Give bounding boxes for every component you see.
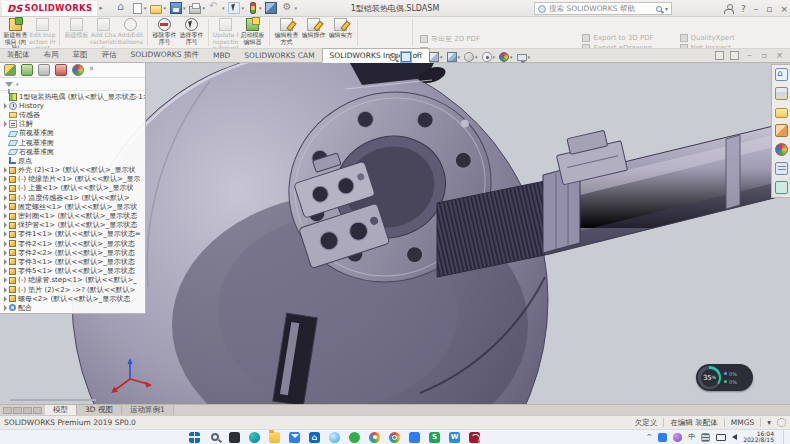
taskbar-solidworks-icon[interactable] — [468, 431, 481, 444]
expand-arrow-icon[interactable] — [2, 268, 9, 274]
apply-scene-dropdown-icon[interactable]: ▾ — [528, 54, 531, 60]
tree-item-2[interactable]: 传感器 — [0, 110, 145, 119]
expand-arrow-icon[interactable] — [2, 195, 9, 201]
expand-arrow-icon[interactable] — [2, 287, 9, 293]
qat-home-button[interactable] — [116, 2, 128, 14]
taskbar-app-cloud-icon[interactable] — [328, 431, 341, 444]
taskbar-task-view-icon[interactable] — [228, 431, 241, 444]
tree-item-5[interactable]: 上视基准面 — [0, 138, 145, 147]
taskpane-tab-file-explorer[interactable] — [775, 108, 788, 118]
print-dropdown-icon[interactable]: ▾ — [202, 5, 205, 11]
taskbar-search-icon[interactable] — [208, 431, 221, 444]
tree-item-17[interactable]: 零件2<2> (默认<<默认>_显示状态 — [0, 248, 145, 257]
undo-dropdown-icon[interactable]: ▾ — [222, 5, 225, 11]
hide-show-items-dropdown-icon[interactable]: ▾ — [493, 54, 496, 60]
tree-item-3[interactable]: 注解 — [0, 120, 145, 129]
view-orientation-dropdown-icon[interactable]: ▾ — [458, 54, 461, 60]
taskbar-wps-icon[interactable]: W — [448, 431, 461, 444]
tray-tray-app-blue-icon[interactable] — [658, 433, 667, 442]
taskpane-tab-custom-properties[interactable] — [775, 162, 788, 175]
new-document-dropdown-icon[interactable]: ▾ — [144, 5, 147, 11]
ribbon-button-edit-operations[interactable]: 编辑操作 — [300, 17, 327, 48]
headsup-view-orientation[interactable]: ▾ — [446, 52, 462, 62]
displaymanager-tab-icon[interactable] — [72, 64, 84, 76]
graphics-area[interactable]: » ▾ 1型铠装热电偶 (默认<默认_显示状态-1>History传感器注解前视… — [0, 63, 790, 404]
tree-item-13[interactable]: 密封圈<1> (默认<<默认>_显示状态 — [0, 211, 145, 220]
tree-item-11[interactable]: (-) 温度传感器<1> (默认<<默认> — [0, 193, 145, 202]
expand-arrow-icon[interactable] — [2, 176, 9, 182]
featuremanager-tab-icon[interactable] — [4, 64, 16, 76]
taskpane-tab-solidworks-resources[interactable] — [775, 68, 788, 81]
headsup-zoom-to-fit[interactable] — [388, 53, 398, 61]
headsup-previous-view[interactable] — [414, 52, 426, 62]
tree-item-8[interactable]: 外壳 (2)<1> (默认<<默认>_显示状 — [0, 166, 145, 175]
tray-tray-app-purple-icon[interactable] — [673, 433, 682, 442]
qat-select-button[interactable]: ▾ — [228, 2, 244, 14]
display-style-dropdown-icon[interactable]: ▾ — [475, 54, 478, 60]
tree-item-7[interactable]: 原点 — [0, 156, 145, 165]
tree-item-23[interactable]: 配合 — [0, 303, 145, 312]
status-options-icon[interactable] — [777, 418, 786, 427]
headsup-apply-scene[interactable]: ▾ — [516, 53, 532, 61]
tree-item-14[interactable]: 保护管<1> (默认<<默认>_显示状态 — [0, 221, 145, 230]
doc-restore-button[interactable]: ▫ — [760, 51, 769, 60]
taskbar-app-blue-icon[interactable] — [408, 431, 421, 444]
expand-arrow-icon[interactable] — [2, 259, 9, 265]
help-button[interactable]: ? — [741, 4, 746, 14]
expand-arrow-icon[interactable] — [2, 167, 9, 173]
splitter-box[interactable] — [23, 407, 32, 414]
ribbon-tab-solidworks-cam[interactable]: SOLIDWORKS CAM — [237, 49, 321, 62]
taskpane-tab-appearances-scenes[interactable] — [775, 143, 788, 156]
performance-overlay-widget[interactable]: 35% 0%0% — [696, 364, 753, 391]
expand-arrow-icon[interactable] — [2, 121, 9, 127]
splitter-box[interactable] — [33, 407, 42, 414]
splitter-box[interactable] — [3, 407, 12, 414]
taskbar-app-s-icon[interactable]: S — [428, 431, 441, 444]
open-dropdown-icon[interactable]: ▾ — [163, 5, 166, 11]
doc-tab-2[interactable]: 3D 视图 — [77, 405, 122, 415]
tray-tray-grid-icon[interactable] — [701, 433, 710, 442]
tree-item-1[interactable]: History — [0, 101, 145, 110]
expand-arrow-icon[interactable] — [2, 305, 9, 311]
tree-item-4[interactable]: 前视基准面 — [0, 129, 145, 138]
taskbar-chrome-icon[interactable] — [388, 431, 401, 444]
close-button[interactable]: × — [780, 4, 788, 14]
headsup-section-view[interactable]: ▾ — [428, 52, 444, 62]
ribbon-button-select-balloons[interactable]: 选择零件序号 — [178, 17, 205, 48]
taskbar-start-icon[interactable] — [188, 431, 201, 444]
options-dropdown-icon[interactable]: ▾ — [294, 5, 297, 11]
tree-item-20[interactable]: (-) 绝缘管.step<1> (默认<<默认>_ — [0, 276, 145, 285]
expand-arrow-icon[interactable] — [2, 231, 9, 237]
rebuild-dropdown-icon[interactable]: ▾ — [259, 5, 262, 11]
headsup-display-style[interactable]: ▾ — [463, 52, 479, 62]
show-desktop-button[interactable] — [783, 430, 786, 444]
ribbon-button-new-inspection-project[interactable]: 新建检查项目 (向导) — [2, 17, 29, 48]
tree-item-9[interactable]: (-) 绝缘垫片<1> (默认<<默认>_显示 — [0, 175, 145, 184]
configurationmanager-tab-icon[interactable] — [38, 64, 50, 76]
taskbar-app-green-icon[interactable] — [348, 431, 361, 444]
ribbon-button-edit-gages[interactable]: 编辑实方 — [327, 17, 354, 48]
tray-tray-chevron-icon[interactable]: ^ — [646, 433, 652, 441]
expand-arrow-icon[interactable] — [2, 204, 9, 210]
feature-tree-filter[interactable]: ▾ — [0, 78, 145, 91]
qat-undo-button[interactable]: ▾ — [209, 2, 225, 14]
ribbon-tab-布局[interactable]: 布局 — [37, 48, 66, 62]
qat-new-document-button[interactable]: ▾ — [132, 3, 147, 14]
minimize-button[interactable]: – — [754, 4, 759, 14]
expand-arrow-icon[interactable] — [2, 250, 9, 256]
taskpane-tab-view-palette[interactable] — [775, 124, 788, 137]
tree-item-18[interactable]: 零件3<1> (默认<<默认>_显示状态 — [0, 257, 145, 266]
qat-save-button[interactable]: ▾ — [170, 2, 186, 14]
unit-system-dropdown-icon[interactable]: ▾ — [767, 418, 771, 427]
taskbar-file-explorer-icon[interactable] — [268, 431, 281, 444]
taskbar-mail-icon[interactable] — [288, 431, 301, 444]
qat-print-button[interactable]: ▾ — [189, 3, 205, 14]
taskbar-store-icon[interactable] — [308, 431, 321, 444]
expand-arrow-icon[interactable] — [2, 213, 9, 219]
expand-arrow-icon[interactable] — [2, 103, 9, 109]
user-account-icon[interactable] — [724, 4, 733, 13]
more-tab-icon[interactable]: » — [89, 64, 94, 76]
expand-arrow-icon[interactable] — [2, 241, 9, 247]
qat-options-button[interactable]: ▾ — [281, 2, 297, 14]
save-dropdown-icon[interactable]: ▾ — [183, 5, 186, 11]
